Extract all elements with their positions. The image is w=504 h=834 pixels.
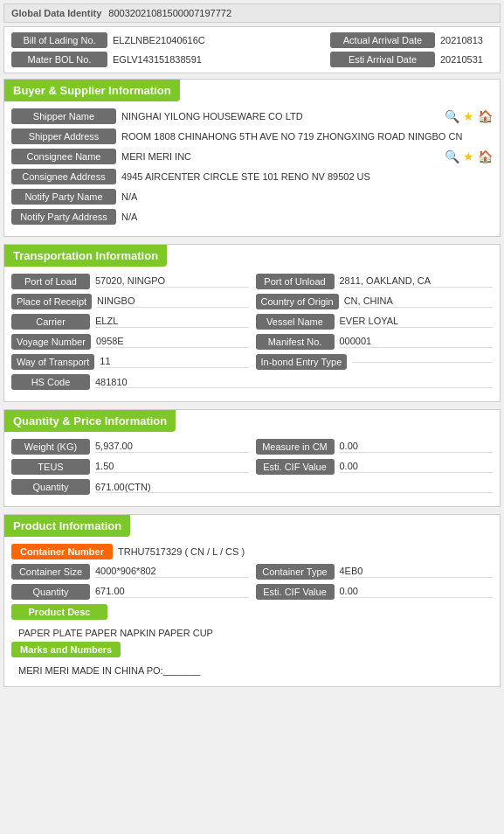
mater-bol-label: Mater BOL No. <box>11 52 107 67</box>
bill-of-lading-label: Bill of Lading No. <box>11 32 107 48</box>
carrier-label: Carrier <box>11 314 90 330</box>
inbond-entry-label: In-bond Entry Type <box>256 354 348 370</box>
carrier-col: Carrier ELZL <box>11 314 249 330</box>
notify-party-name-value: N/A <box>121 191 493 202</box>
page-wrapper: Global Data Identity 8003202108150000719… <box>0 0 504 698</box>
container-number-value: TRHU7517329 ( CN / L / CS ) <box>118 546 493 557</box>
shipper-icons: 🔍 ★ 🏠 <box>445 109 493 123</box>
teus-label: TEUS <box>11 459 90 475</box>
shipper-name-label: Shipper Name <box>11 108 116 124</box>
container-type-value: 4EB0 <box>340 566 494 578</box>
country-origin-col: Country of Origin CN, CHINA <box>256 294 494 309</box>
bill-of-lading-row: Bill of Lading No. ELZLNBE21040616C Actu… <box>11 32 493 48</box>
place-receipt-label: Place of Receipt <box>11 294 92 309</box>
teus-col: TEUS 1.50 <box>11 459 249 475</box>
product-desc-button[interactable]: Product Desc <box>11 604 107 620</box>
vessel-name-col: Vessel Name EVER LOYAL <box>256 314 494 330</box>
way-transport-label: Way of Transport <box>11 354 94 370</box>
consignee-home-icon[interactable]: 🏠 <box>478 149 493 163</box>
consignee-icons: 🔍 ★ 🏠 <box>445 149 493 163</box>
esti-arrival-date-label: Esti Arrival Date <box>330 52 435 67</box>
container-type-col: Container Type 4EB0 <box>256 564 494 580</box>
buyer-supplier-section: Buyer & Supplier Information Shipper Nam… <box>3 79 501 237</box>
shipper-name-row: Shipper Name NINGHAI YILONG HOUSEWARE CO… <box>11 108 493 124</box>
way-transport-inbond-row: Way of Transport 11 In-bond Entry Type <box>11 354 493 370</box>
manifest-col: Manifest No. 000001 <box>256 334 494 350</box>
port-load-col: Port of Load 57020, NINGPO <box>11 274 249 289</box>
teus-value: 1.50 <box>95 461 249 473</box>
shipper-search-icon[interactable]: 🔍 <box>445 109 459 123</box>
bill-of-lading-value: ELZLNBE21040616C <box>113 35 330 45</box>
shipper-address-row: Shipper Address ROOM 1808 CHINAHONG 5TH … <box>11 129 493 144</box>
product-desc-row: Product Desc <box>11 604 493 620</box>
esti-arrival-date-value: 20210531 <box>440 54 493 65</box>
carrier-vessel-row: Carrier ELZL Vessel Name EVER LOYAL <box>11 314 493 330</box>
place-receipt-col: Place of Receipt NINGBO <box>11 294 249 309</box>
way-transport-col: Way of Transport 11 <box>11 354 249 370</box>
notify-party-name-label: Notify Party Name <box>11 189 116 205</box>
notify-party-address-value: N/A <box>121 212 493 222</box>
port-load-unload-row: Port of Load 57020, NINGPO Port of Unloa… <box>11 274 493 289</box>
teus-cif-row: TEUS 1.50 Esti. CIF Value 0.00 <box>11 459 493 475</box>
buyer-supplier-header: Buyer & Supplier Information <box>4 80 180 101</box>
product-section: Product Information Container Number TRH… <box>3 514 501 687</box>
shipper-name-value: NINGHAI YILONG HOUSEWARE CO LTD <box>121 111 439 122</box>
qty-value: 671.00(CTN) <box>95 482 493 493</box>
inbond-entry-col: In-bond Entry Type <box>256 354 494 370</box>
notify-party-name-row: Notify Party Name N/A <box>11 189 493 205</box>
mater-bol-value: EGLV143151838591 <box>113 54 330 65</box>
product-cif-col: Esti. CIF Value 0.00 <box>256 584 494 600</box>
notify-party-address-label: Notify Party Address <box>11 209 116 225</box>
shipper-address-label: Shipper Address <box>11 129 116 144</box>
voyage-label: Voyage Number <box>11 334 91 350</box>
manifest-value: 000001 <box>340 336 494 348</box>
buyer-supplier-body: Shipper Name NINGHAI YILONG HOUSEWARE CO… <box>4 108 500 225</box>
hs-code-value: 481810 <box>95 377 493 388</box>
port-load-value: 57020, NINGPO <box>95 275 249 288</box>
consignee-star-icon[interactable]: ★ <box>463 149 474 163</box>
port-unload-label: Port of Unload <box>256 274 335 289</box>
place-receipt-country-row: Place of Receipt NINGBO Country of Origi… <box>11 294 493 309</box>
marks-numbers-button[interactable]: Marks and Numbers <box>11 642 121 657</box>
actual-arrival-date-label: Actual Arrival Date <box>330 32 435 48</box>
measure-label: Measure in CM <box>256 439 335 455</box>
marks-text: MERI MERI MADE IN CHINA PO:_______ <box>11 662 493 679</box>
cif-label: Esti. CIF Value <box>256 459 335 475</box>
place-receipt-value: NINGBO <box>97 295 248 308</box>
top-fields-block: Bill of Lading No. ELZLNBE21040616C Actu… <box>3 26 501 73</box>
way-transport-value: 11 <box>100 356 248 368</box>
weight-col: Weight (KG) 5,937.00 <box>11 439 249 455</box>
shipper-star-icon[interactable]: ★ <box>463 109 474 123</box>
container-number-row: Container Number TRHU7517329 ( CN / L / … <box>11 544 493 559</box>
container-size-col: Container Size 4000*906*802 <box>11 564 249 580</box>
shipper-home-icon[interactable]: 🏠 <box>478 109 493 123</box>
weight-value: 5,937.00 <box>95 441 249 453</box>
qty-label: Quantity <box>11 479 90 495</box>
vessel-name-value: EVER LOYAL <box>340 316 494 328</box>
voyage-col: Voyage Number 0958E <box>11 334 249 350</box>
port-load-label: Port of Load <box>11 274 90 289</box>
transportation-body: Port of Load 57020, NINGPO Port of Unloa… <box>4 274 500 390</box>
product-desc-text: PAPER PLATE PAPER NAPKIN PAPER CUP <box>11 624 493 642</box>
quantity-price-section: Quantity & Price Information Weight (KG)… <box>3 409 501 507</box>
manifest-label: Manifest No. <box>256 334 335 350</box>
qty-row: Quantity 671.00(CTN) <box>11 479 493 495</box>
actual-arrival-date-value: 20210813 <box>440 35 493 45</box>
product-qty-cif-row: Quantity 671.00 Esti. CIF Value 0.00 <box>11 584 493 600</box>
cif-col: Esti. CIF Value 0.00 <box>256 459 494 475</box>
marks-numbers-row: Marks and Numbers <box>11 642 493 657</box>
consignee-address-label: Consignee Address <box>11 169 116 184</box>
measure-col: Measure in CM 0.00 <box>256 439 494 455</box>
consignee-name-label: Consignee Name <box>11 149 116 164</box>
product-qty-label: Quantity <box>11 584 90 600</box>
port-unload-col: Port of Unload 2811, OAKLAND, CA <box>256 274 494 289</box>
vessel-name-label: Vessel Name <box>256 314 335 330</box>
container-number-button[interactable]: Container Number <box>11 544 113 559</box>
country-origin-value: CN, CHINA <box>344 295 493 308</box>
product-qty-value: 671.00 <box>95 586 249 598</box>
product-cif-value: 0.00 <box>340 586 494 598</box>
container-size-label: Container Size <box>11 564 90 580</box>
port-unload-value: 2811, OAKLAND, CA <box>340 275 494 288</box>
consignee-search-icon[interactable]: 🔍 <box>445 149 459 163</box>
global-identity-label: Global Data Identity <box>11 8 101 18</box>
